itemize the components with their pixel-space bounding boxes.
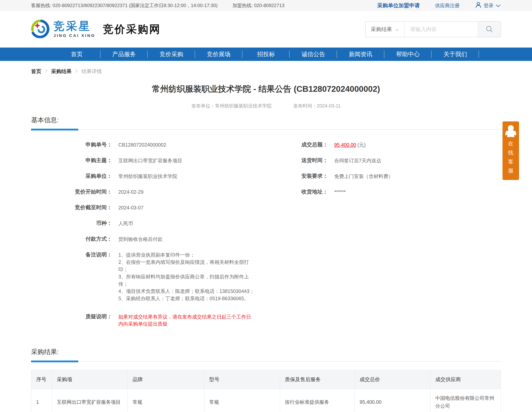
page: { "topbar": { "service_hotline": "客服热线: … [0,0,532,412]
field-value: 2024-03-07 [112,204,143,211]
nav-item-news[interactable]: 新闻资讯 [337,47,384,61]
search-icon [485,25,494,34]
col-header-index: 序号 [31,370,52,389]
cell-model: 常规 [204,389,280,412]
breadcrumb-results[interactable]: 采购结果 [51,68,72,75]
col-header-supplier: 成交供应商 [430,370,501,389]
online-customer-service-widget[interactable]: 在线客服 [503,122,519,180]
nav-item-help-center[interactable]: 帮助中心 [384,47,432,61]
field-label: 送货时间： [255,157,328,164]
field-row-remarks: 备注说明： 1、提供营业执照副本复印件一份； 2、在报价一览表内填写报价及响应情… [31,251,255,302]
field-row-install-req: 安装要求： 免费上门安装（含材料费） [255,173,501,188]
nav-item-integrity-notice[interactable]: 诚信公告 [290,47,337,61]
amount-unit: (元) [356,142,366,148]
field-label: 质疑说明： [31,313,112,320]
col-header-item: 采购项 [52,370,128,389]
field-value: 合同签订后7天内送达 [328,157,381,164]
field-row-purchaser: 采购单位： 常州纺织服装职业技术学院 [31,173,255,188]
cell-supplier: 中国电信股份有限公司常州分公司 [430,389,501,412]
remarks-value: 1、提供营业执照副本复印件一份； 2、在报价一览表内填写报价及响应情况，将相关材… [112,251,255,302]
search-category-select[interactable]: 采购结果 [366,22,405,37]
field-row-subject: 申购主题： 互联网出口带宽扩容服务项目 [31,157,255,173]
results-section-title: 采购结果: [31,348,59,356]
nav-item-products[interactable]: 产品服务 [100,47,148,61]
nav-item-home[interactable]: 首页 [53,47,100,61]
logo-chinese-name: 竞采星 [54,21,95,32]
main-nav: 首页 产品服务 竞价采购 竞价展场 招投标 诚信公告 新闻资讯 帮助中心 关于我… [0,47,532,61]
publish-time: 发布时间：2024-03-11 [293,103,341,109]
field-value: ****** [328,188,346,196]
field-label: 付款方式： [31,235,112,243]
results-section-head: 采购结果: [31,347,501,362]
logo-english-name: JING CAI XING [54,33,95,38]
cell-brand: 常规 [128,389,204,412]
field-value: 人民币 [112,220,133,227]
login-link[interactable]: 登录 [475,1,501,9]
cell-index: 1 [31,389,52,412]
breadcrumb: 首页 采购结果 结果详情 [31,61,501,75]
search-input[interactable] [405,22,478,37]
nav-item-bidding[interactable]: 竞价采购 [148,47,195,61]
total-amount-link[interactable]: 95,400.00 [334,142,356,148]
field-row-start-time: 竞价开始时间： 2024-02-29 [31,188,255,204]
page-title: 常州纺织服装职业技术学院 - 结果公告 (CB128072024000002) [31,84,501,94]
nav-item-tenders[interactable]: 招投标 [242,47,290,61]
field-label: 成交总额： [255,141,328,148]
field-label: 申购单号： [31,141,112,148]
content-container: 首页 采购结果 结果详情 常州纺织服装职业技术学院 - 结果公告 (CB1280… [31,61,501,412]
join-hotline: 加盟热线: 020-80922713 [233,2,285,9]
logo-icon [31,20,49,39]
publish-meta: 发布单位：常州纺织服装职业技术学院 发布时间：2024-03-11 [31,103,501,109]
top-utility-bar: 客服热线: 020-80922713/80922307/80922371 (国家… [0,0,532,11]
remarks-line: 4、项目技术负责联系人：陈老师；联系电话：13815030443； [118,288,255,295]
col-header-total-price: 成交总价 [355,370,430,389]
field-row-dispute: 质疑说明： 如果对成交结果有异议，请在发布成交结果之日起三个工作日内向采购单位提… [31,313,255,329]
field-label: 收货地址： [255,188,328,195]
qq-penguin-icon [505,134,516,138]
brand[interactable]: 竞采星 JING CAI XING 竞价采购网 [31,20,161,39]
field-row-delivery-time: 送货时间： 合同签订后7天内送达 [255,157,501,173]
dispute-value: 如果对成交结果有异议，请在发布成交结果之日起三个工作日内向采购单位提出质疑 [112,313,255,328]
results-table: 序号 采购项 品牌 型号 质保及售后服务 成交总价 成交供应商 1 互联网出口带… [31,370,501,412]
basic-info-section-title: 基本信息: [31,116,59,124]
search-category-value: 采购结果 [371,26,392,33]
publisher: 发布单位：常州纺织服装职业技术学院 [191,103,272,109]
nav-item-bidding-hall[interactable]: 竞价展场 [195,47,242,61]
nav-item-about-us[interactable]: 关于我们 [432,47,479,61]
user-icon [475,1,482,9]
field-row-delivery-address: 收货地址： ****** [255,188,501,204]
remarks-line: 2、在报价一览表内填写报价及响应情况，将相关材料全部打印； [118,259,255,273]
field-value: 免费上门安装（含材料费） [328,173,393,180]
cell-item: 互联网出口带宽扩容服务项目 [52,389,128,412]
remarks-line: 5、采购经办联系人：丁老师；联系电话：0519-86336065。 [118,295,255,302]
online-customer-service-label: 在线客服 [508,139,513,175]
field-value: 常州纺织服装职业技术学院 [112,173,177,180]
search-button[interactable] [478,22,501,37]
field-row-currency: 币种： 人民币 [31,220,255,235]
field-value: 互联网出口带宽扩容服务项目 [112,157,182,164]
basic-info-section-head: 基本信息: [31,116,501,130]
chevron-down-icon [495,3,501,9]
site-header: 竞采星 JING CAI XING 竞价采购网 采购结果 [0,11,532,47]
service-hotline: 客服热线: 020-80922713/80922307/80922371 (国家… [31,2,218,9]
field-label: 竞价开始时间： [31,188,112,195]
purchaser-join-link[interactable]: 采购单位加盟申请 [377,2,420,9]
breadcrumb-home[interactable]: 首页 [31,68,41,75]
chevron-down-icon [395,26,399,32]
field-label: 申购主题： [31,157,112,164]
field-label: 安装要求： [255,173,328,179]
col-header-brand: 品牌 [128,370,204,389]
table-row: 1 互联网出口带宽扩容服务项目 常规 常规 按行业标准提供服务 95,400.0… [31,389,501,412]
field-value: CB128072024000002 [112,141,166,148]
col-header-warranty: 质保及售后服务 [280,370,355,389]
breadcrumb-detail: 结果详情 [81,68,102,75]
cell-warranty: 按行业标准提供服务 [280,389,355,412]
search-box: 采购结果 [365,21,501,37]
field-row-order-no: 申购单号： CB128072024000002 [31,141,255,157]
supplier-register-link[interactable]: 供应商注册 [435,2,460,9]
field-label: 采购单位： [31,173,112,179]
chevron-right-icon [75,68,78,75]
results-table-header-row: 序号 采购项 品牌 型号 质保及售后服务 成交总价 成交供应商 [31,370,501,389]
field-value: 货到验收合格后付款 [112,235,162,243]
col-header-model: 型号 [204,370,280,389]
